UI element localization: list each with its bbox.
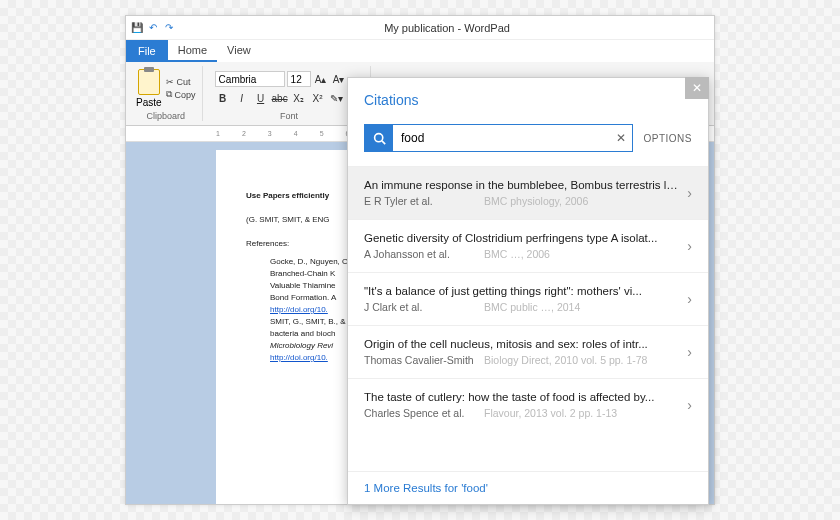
result-meta: E R Tyler et al.BMC physiology, 2006 — [364, 195, 679, 207]
search-input[interactable] — [393, 125, 610, 151]
paste-label: Paste — [136, 97, 162, 108]
titlebar: 💾 ↶ ↷ My publication - WordPad — [126, 16, 714, 40]
copy-label: Copy — [175, 90, 196, 100]
svg-point-0 — [374, 133, 382, 141]
ruler-tick: 3 — [268, 130, 272, 137]
svg-line-1 — [381, 140, 384, 143]
doc-link[interactable]: http://doi.org/10. — [270, 305, 328, 314]
tab-file[interactable]: File — [126, 40, 168, 62]
result-body: Origin of the cell nucleus, mitosis and … — [364, 338, 679, 366]
result-item[interactable]: Genetic diversity of Clostridium perfrin… — [348, 219, 708, 272]
search-button[interactable] — [365, 125, 393, 151]
group-clipboard-label: Clipboard — [136, 111, 196, 121]
x-icon: ✕ — [616, 131, 626, 145]
result-body: "It's a balance of just getting things r… — [364, 285, 679, 313]
subscript-button[interactable]: X₂ — [291, 90, 307, 106]
panel-title: Citations — [364, 92, 692, 108]
ruler-tick: 5 — [320, 130, 324, 137]
paste-icon — [138, 69, 160, 95]
result-source: BMC …, 2006 — [484, 248, 679, 260]
tab-home[interactable]: Home — [168, 40, 217, 62]
result-meta: J Clark et al.BMC public …, 2014 — [364, 301, 679, 313]
window-title: My publication - WordPad — [180, 22, 714, 34]
result-body: The taste of cutlery: how the taste of f… — [364, 391, 679, 419]
font-size-select[interactable] — [287, 71, 311, 87]
result-body: Genetic diversity of Clostridium perfrin… — [364, 232, 679, 260]
options-link[interactable]: OPTIONS — [643, 133, 692, 144]
bold-button[interactable]: B — [215, 90, 231, 106]
chevron-right-icon: › — [687, 291, 692, 307]
group-clipboard: Paste ✂Cut ⧉Copy Clipboard — [130, 66, 203, 121]
result-title: Genetic diversity of Clostridium perfrin… — [364, 232, 679, 244]
ribbon-tabs: File Home View — [126, 40, 714, 62]
panel-header: Citations — [348, 78, 708, 118]
result-item[interactable]: The taste of cutlery: how the taste of f… — [348, 378, 708, 431]
copy-button[interactable]: ⧉Copy — [166, 89, 196, 100]
result-item[interactable]: "It's a balance of just getting things r… — [348, 272, 708, 325]
citations-panel: ✕ Citations ✕ OPTIONS An immune response… — [347, 77, 709, 505]
redo-icon[interactable]: ↷ — [162, 21, 176, 35]
italic-button[interactable]: I — [234, 90, 250, 106]
result-authors: J Clark et al. — [364, 301, 484, 313]
ruler-tick: 4 — [294, 130, 298, 137]
result-meta: Charles Spence et al.Flavour, 2013 vol. … — [364, 407, 679, 419]
save-icon[interactable]: 💾 — [130, 21, 144, 35]
result-source: BMC public …, 2014 — [484, 301, 679, 313]
font-name-select[interactable] — [215, 71, 285, 87]
chevron-right-icon: › — [687, 238, 692, 254]
paste-button[interactable]: Paste — [136, 69, 162, 108]
result-authors: Thomas Cavalier-Smith — [364, 354, 484, 366]
result-item[interactable]: An immune response in the bumblebee, Bom… — [348, 166, 708, 219]
clear-search-button[interactable]: ✕ — [610, 125, 632, 151]
chevron-right-icon: › — [687, 344, 692, 360]
cut-label: Cut — [177, 77, 191, 87]
tab-view[interactable]: View — [217, 40, 261, 62]
close-button[interactable]: ✕ — [685, 77, 709, 99]
chevron-right-icon: › — [687, 185, 692, 201]
group-font-label: Font — [215, 111, 364, 121]
close-icon: ✕ — [692, 81, 702, 95]
superscript-button[interactable]: X² — [310, 90, 326, 106]
result-meta: A Johansson et al.BMC …, 2006 — [364, 248, 679, 260]
results-list: An immune response in the bumblebee, Bom… — [348, 166, 708, 471]
more-results-link[interactable]: 1 More Results for 'food' — [348, 471, 708, 504]
result-title: The taste of cutlery: how the taste of f… — [364, 391, 679, 403]
result-title: An immune response in the bumblebee, Bom… — [364, 179, 679, 191]
quick-access-toolbar: 💾 ↶ ↷ — [126, 21, 180, 35]
result-title: "It's a balance of just getting things r… — [364, 285, 679, 297]
copy-icon: ⧉ — [166, 89, 172, 100]
search-box: ✕ — [364, 124, 633, 152]
ruler-tick: 2 — [242, 130, 246, 137]
result-source: BMC physiology, 2006 — [484, 195, 679, 207]
result-title: Origin of the cell nucleus, mitosis and … — [364, 338, 679, 350]
shrink-font-icon[interactable]: A▾ — [331, 71, 347, 87]
chevron-right-icon: › — [687, 397, 692, 413]
grow-font-icon[interactable]: A▴ — [313, 71, 329, 87]
result-item[interactable]: Origin of the cell nucleus, mitosis and … — [348, 325, 708, 378]
result-authors: E R Tyler et al. — [364, 195, 484, 207]
result-source: Biology Direct, 2010 vol. 5 pp. 1-78 — [484, 354, 679, 366]
ruler-tick: 1 — [216, 130, 220, 137]
underline-button[interactable]: U — [253, 90, 269, 106]
result-source: Flavour, 2013 vol. 2 pp. 1-13 — [484, 407, 679, 419]
scissors-icon: ✂ — [166, 77, 174, 87]
result-body: An immune response in the bumblebee, Bom… — [364, 179, 679, 207]
doc-link[interactable]: http://doi.org/10. — [270, 353, 328, 362]
cut-button[interactable]: ✂Cut — [166, 77, 196, 87]
search-row: ✕ OPTIONS — [348, 118, 708, 166]
result-authors: Charles Spence et al. — [364, 407, 484, 419]
result-authors: A Johansson et al. — [364, 248, 484, 260]
undo-icon[interactable]: ↶ — [146, 21, 160, 35]
result-meta: Thomas Cavalier-SmithBiology Direct, 201… — [364, 354, 679, 366]
strike-button[interactable]: abc — [272, 90, 288, 106]
highlight-icon[interactable]: ✎▾ — [329, 90, 345, 106]
search-icon — [373, 132, 386, 145]
